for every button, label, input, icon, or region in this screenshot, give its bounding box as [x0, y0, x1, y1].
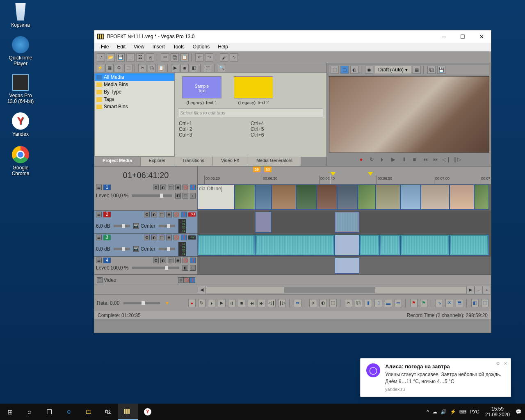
step-fwd-icon[interactable]: ❙▷ — [454, 155, 461, 163]
tree-item-media-bins[interactable]: Media Bins — [95, 81, 174, 88]
tray-chevron-icon[interactable]: ^ — [427, 409, 429, 415]
video-clip[interactable] — [474, 185, 489, 210]
tool-icon[interactable]: ⬒ — [456, 299, 463, 307]
tool-icon[interactable]: ⚹ — [309, 299, 317, 307]
loop-button[interactable]: ↻ — [198, 299, 205, 307]
open-icon[interactable]: 📂 — [107, 53, 115, 62]
loop-region-start[interactable] — [331, 172, 336, 176]
tool-icon[interactable]: ▮ — [365, 299, 372, 307]
video-clip[interactable] — [400, 185, 421, 210]
copy-icon[interactable]: ⎘ — [146, 53, 154, 62]
video-clip[interactable] — [235, 185, 255, 210]
bezier-icon[interactable]: ∿ — [230, 53, 238, 62]
video-clip[interactable] — [296, 185, 317, 210]
taskbar-edge[interactable]: e — [59, 404, 79, 420]
zoom-in-icon[interactable]: + — [483, 286, 491, 294]
pause-button[interactable]: ⏸ — [228, 299, 235, 307]
menu-help[interactable]: Help — [214, 43, 232, 51]
play-from-start-button[interactable]: ⏵ — [208, 299, 215, 307]
track-header-1[interactable]: ☰1⚙◐⬚◉🚫❗ Level: 100,0 %◧⬚↕ — [94, 184, 198, 210]
tray-keyboard-icon[interactable]: ⌨ — [459, 409, 466, 415]
pm-zoom-icon[interactable]: 🔍 — [218, 64, 226, 72]
media-item[interactable]: (Legacy) Text 2 — [234, 76, 273, 105]
timeline-scrollbar[interactable] — [206, 287, 466, 293]
notification-settings-icon[interactable]: ⚙ — [496, 361, 500, 366]
pm-tool-icon[interactable]: ⚡ — [96, 64, 104, 72]
pm-stop-icon[interactable]: ■ — [180, 64, 189, 72]
preview-tool-icon[interactable]: ⿻ — [427, 66, 436, 74]
preview-ext-icon[interactable]: ▢ — [340, 66, 349, 74]
cut-icon[interactable]: ✂ — [161, 53, 169, 62]
copy2-icon[interactable]: ⿻ — [171, 53, 179, 62]
desktop-icon-vegas[interactable]: Vegas Pro 13.0 (64-bit) — [5, 74, 36, 104]
tree-item-by-type[interactable]: By Type — [95, 88, 174, 96]
track-header-4[interactable]: ☰4⚙◐⬚◉🚫❗ Level: 100,0 %◧⬚ — [94, 257, 198, 274]
play-icon[interactable]: ▶ — [390, 155, 397, 163]
audio-clip[interactable] — [450, 235, 489, 256]
pm-tool-icon[interactable]: ☷ — [204, 64, 212, 72]
menu-tools[interactable]: Tools — [169, 43, 189, 51]
tray-volume-icon[interactable]: 🔊 — [441, 409, 447, 415]
video-clip[interactable] — [317, 185, 337, 210]
properties-icon[interactable]: ☷ — [136, 53, 144, 62]
audio-clip[interactable] — [198, 235, 255, 256]
tray-language[interactable]: РУС — [470, 409, 479, 415]
pm-tool-icon[interactable]: ⬚ — [124, 64, 132, 72]
track-header-2[interactable]: ☰2⚙◐⬚◉🚫❗5.4 6,0 dB📷Center12 24 36 48 — [94, 211, 198, 233]
pause-icon[interactable]: ⏸ — [400, 155, 408, 163]
media-item[interactable]: SampleText (Legacy) Text 1 — [182, 76, 221, 105]
tree-item-tags[interactable]: Tags — [95, 96, 174, 103]
normal-edit-tool[interactable]: ⬌ — [294, 299, 301, 307]
audio-clip[interactable] — [335, 235, 359, 256]
audio-clip[interactable] — [255, 235, 335, 256]
preview-split-icon[interactable]: ◉ — [365, 66, 373, 74]
video-clip[interactable] — [335, 258, 359, 274]
pm-tool-icon[interactable]: ◧ — [190, 64, 198, 72]
minimize-button[interactable]: ─ — [434, 30, 453, 43]
tree-item-all-media[interactable]: All Media — [95, 73, 174, 81]
timecode-display[interactable]: 01+06:41:20 — [94, 167, 198, 184]
track-1-lane[interactable]: dia Offline] — [198, 184, 491, 210]
marker-59[interactable]: 59 — [253, 167, 260, 172]
audio-clip[interactable] — [335, 212, 359, 233]
play-start-icon[interactable]: ⏵ — [379, 155, 386, 163]
next-icon[interactable]: ⏭ — [432, 155, 440, 163]
clip-offline[interactable]: dia Offline] — [198, 185, 235, 210]
timeline-ruler[interactable]: 59 60 00:06:20 00:06:30 00:06:40 00:06:5… — [198, 167, 491, 184]
brush-icon[interactable]: 🖌 — [220, 53, 228, 62]
stop-button[interactable]: ■ — [238, 299, 245, 307]
tool-icon[interactable]: ⬚ — [481, 299, 488, 307]
loop-icon[interactable]: ↻ — [368, 155, 376, 163]
tab-explorer[interactable]: Explorer — [141, 157, 174, 166]
step-back-icon[interactable]: ◁❙ — [443, 155, 450, 163]
tool-icon[interactable]: ◐ — [320, 299, 327, 307]
tool-icon[interactable]: ⚑ — [410, 299, 418, 307]
marker-60[interactable]: 60 — [264, 167, 272, 172]
menu-file[interactable]: File — [97, 43, 113, 51]
tool-icon[interactable]: ⚑ — [420, 299, 427, 307]
stop-icon[interactable]: ■ — [411, 155, 418, 163]
desktop-icon-recycle-bin[interactable]: Корзина — [5, 3, 36, 28]
prev-frame-button[interactable]: ◁❙ — [268, 299, 276, 307]
scroll-right-icon[interactable]: ▶ — [466, 286, 475, 294]
start-button[interactable]: ⊞ — [0, 404, 20, 420]
record-button[interactable]: ● — [188, 299, 196, 307]
pm-tool-icon[interactable]: 📋 — [157, 64, 165, 72]
pm-tool-icon[interactable]: ⿻ — [148, 64, 156, 72]
render-icon[interactable]: ⬚ — [126, 53, 135, 62]
audio-clip[interactable] — [380, 235, 400, 256]
video-clip[interactable] — [255, 185, 272, 210]
tool-icon[interactable]: ✂ — [345, 299, 352, 307]
record-icon[interactable]: ● — [358, 155, 365, 163]
preview-monitor[interactable] — [329, 76, 489, 153]
tool-icon[interactable]: ◧ — [471, 299, 479, 307]
tray-notifications-icon[interactable]: 💬 — [516, 409, 522, 415]
notification-toast[interactable]: ⚙ ✕ ◯ Алиса: погода на завтра Улицы стан… — [360, 358, 511, 397]
bus-header[interactable]: ☰ Video ⚙🚫❗ — [94, 275, 198, 285]
audio-clip[interactable] — [400, 235, 450, 256]
tool-icon[interactable]: ⬚ — [329, 299, 337, 307]
prev-icon[interactable]: ⏮ — [422, 155, 429, 163]
next-frame-button[interactable]: ❙▷ — [278, 299, 286, 307]
video-clip[interactable] — [376, 185, 400, 210]
tab-project-media[interactable]: Project Media — [94, 157, 141, 166]
